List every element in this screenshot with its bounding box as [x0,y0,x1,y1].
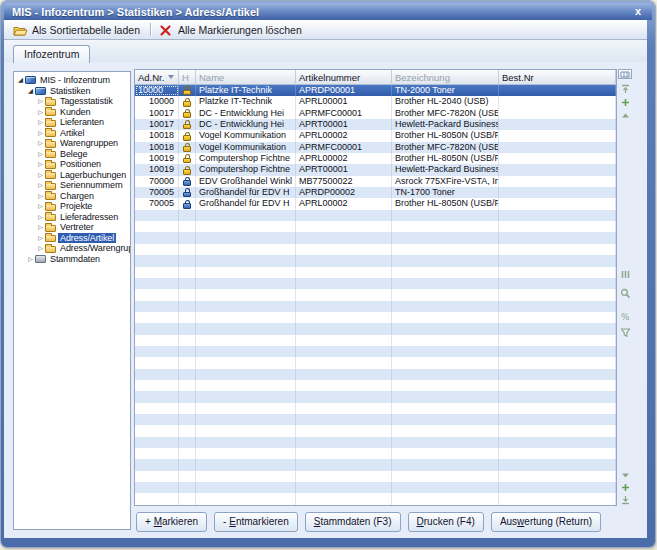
close-button[interactable]: x [631,5,645,18]
table-empty-row[interactable] [135,323,616,334]
table-empty-row[interactable] [135,244,616,255]
percent-view-icon[interactable]: % [619,309,632,322]
table-row[interactable]: 10018Vogel KommunikationAPRMFC00001Broth… [135,142,616,153]
table-empty-row[interactable] [135,414,616,425]
table-row[interactable]: 10018Vogel KommunikationAPRL00002Brother… [135,130,616,141]
expand-arrow-icon[interactable]: ▷ [36,191,45,202]
scroll-up-icon[interactable] [619,108,632,121]
expand-arrow-icon[interactable]: ▷ [36,170,45,181]
expand-arrow-icon[interactable]: ▷ [36,107,45,118]
table-empty-row[interactable] [135,255,616,266]
expand-arrow-icon[interactable]: ▷ [36,128,45,139]
tree-item-vertreter[interactable]: ▷Vertreter [14,222,130,233]
tree-item-chargen[interactable]: ▷Chargen [14,191,130,202]
tree-item-belege[interactable]: ▷Belege [14,149,130,160]
table-empty-row[interactable] [135,312,616,323]
expand-arrow-icon[interactable]: ▷ [36,117,45,128]
table-empty-row[interactable] [135,335,616,346]
table-row[interactable]: 10000Platzke IT-TechnikAPRL00001Brother … [135,96,616,107]
columns-view-icon[interactable] [619,267,632,280]
go-last-icon[interactable] [619,492,632,505]
expand-arrow-icon[interactable]: ▷ [36,180,45,191]
tree-item-tagesstatistik[interactable]: ▷Tagesstatistik [14,96,130,107]
table-empty-row[interactable] [135,267,616,278]
unmark-button[interactable]: - Entmarkieren [214,512,298,532]
table-empty-row[interactable] [135,403,616,414]
expand-arrow-icon[interactable]: ▷ [36,96,45,107]
column-chooser-button[interactable] [618,69,632,79]
expand-arrow-icon[interactable]: ▷ [36,212,45,223]
collapse-arrow-icon[interactable]: ◢ [16,75,25,86]
tree-item-statistiken[interactable]: ◢Statistiken [14,86,130,97]
grid-body: 10000Platzke IT-TechnikAPRDP00001TN-2000… [135,85,616,506]
expand-arrow-icon[interactable]: ▷ [36,222,45,233]
table-empty-row[interactable] [135,221,616,232]
clear-marks-button[interactable]: Alle Markierungen löschen [155,22,308,37]
filter-icon[interactable] [619,325,632,338]
go-first-icon[interactable] [619,82,632,95]
table-empty-row[interactable] [135,437,616,448]
tree-item-stammdaten[interactable]: ▷Stammdaten [14,254,130,265]
mark-up-icon[interactable] [619,95,632,108]
column-header-adnr[interactable]: Ad.Nr. [135,70,179,84]
tree-item-artikel[interactable]: ▷Artikel [14,128,130,139]
table-empty-row[interactable] [135,505,616,506]
tree-item-lieferanten[interactable]: ▷Lieferanten [14,117,130,128]
expand-arrow-icon[interactable]: ▷ [36,201,45,212]
tree-item-seriennummern[interactable]: ▷Seriennummern [14,180,130,191]
tree-item-projekte[interactable]: ▷Projekte [14,201,130,212]
column-header-lock[interactable]: H [179,70,196,84]
auswertung-button[interactable]: Auswertung (Return) [491,512,601,532]
table-empty-row[interactable] [135,301,616,312]
tree-item-warengruppen[interactable]: ▷Warengruppen [14,138,130,149]
mark-button[interactable]: + Markieren [136,512,207,532]
expand-arrow-icon[interactable]: ▷ [26,254,35,265]
table-row[interactable]: 70005Großhandel für EDV HAPRDP00002TN-17… [135,187,616,198]
column-header-bestnr[interactable]: Best.Nr [499,70,616,84]
table-empty-row[interactable] [135,357,616,368]
expand-arrow-icon[interactable]: ▷ [36,149,45,160]
tree-item-kunden[interactable]: ▷Kunden [14,107,130,118]
table-row[interactable]: 10019Computershop FichtneAPRT00001Hewlet… [135,164,616,175]
table-empty-row[interactable] [135,346,616,357]
column-header-artikelnummer[interactable]: Artikelnummer [296,70,392,84]
column-header-name[interactable]: Name [196,70,296,84]
expand-arrow-icon[interactable]: ▷ [36,243,45,254]
expand-arrow-icon[interactable]: ▷ [36,159,45,170]
table-empty-row[interactable] [135,380,616,391]
expand-arrow-icon[interactable]: ▷ [36,233,45,244]
load-sorttable-button[interactable]: Als Sortiertabelle laden [9,22,146,37]
table-empty-row[interactable] [135,278,616,289]
expand-arrow-icon[interactable]: ▷ [36,138,45,149]
app-icon [35,87,46,95]
tree-item-positionen[interactable]: ▷Positionen [14,159,130,170]
table-empty-row[interactable] [135,425,616,436]
search-icon[interactable] [619,286,632,299]
table-row[interactable]: 10017DC - Entwicklung HeiAPRMFC00001Brot… [135,108,616,119]
table-row[interactable]: 10017DC - Entwicklung HeiAPRT00001Hewlet… [135,119,616,130]
table-empty-row[interactable] [135,471,616,482]
tree-item-mis-infozentrum[interactable]: ◢MIS - Infozentrum [14,75,130,86]
tab-infozentrum[interactable]: Infozentrum [13,45,90,63]
table-row[interactable]: 10019Computershop FichtneAPRL00002Brothe… [135,153,616,164]
table-empty-row[interactable] [135,482,616,493]
table-empty-row[interactable] [135,289,616,300]
stammdaten-button[interactable]: Stammdaten (F3) [305,512,401,532]
tree-item-lieferadressen[interactable]: ▷Lieferadressen [14,212,130,223]
tree-item-lagerbuchungen[interactable]: ▷Lagerbuchungen [14,170,130,181]
table-row[interactable]: 70000EDV Großhandel WinklMB77500022Asroc… [135,176,616,187]
drucken-button[interactable]: Drucken (F4) [408,512,484,532]
collapse-arrow-icon[interactable]: ◢ [26,86,35,97]
tree-item-adress-warengruppen[interactable]: ▷Adress/Warengruppen [14,243,130,254]
table-empty-row[interactable] [135,232,616,243]
table-empty-row[interactable] [135,459,616,470]
column-header-bezeichnung[interactable]: Bezeichnung [392,70,499,84]
table-empty-row[interactable] [135,448,616,459]
table-row[interactable]: 10000Platzke IT-TechnikAPRDP00001TN-2000… [135,85,616,96]
table-empty-row[interactable] [135,493,616,504]
table-empty-row[interactable] [135,391,616,402]
table-empty-row[interactable] [135,369,616,380]
tree-item-adress-artikel[interactable]: ▷Adress/Artikel [14,233,130,244]
table-row[interactable]: 70005Großhandel für EDV HAPRL00002Brothe… [135,198,616,209]
table-empty-row[interactable] [135,210,616,221]
